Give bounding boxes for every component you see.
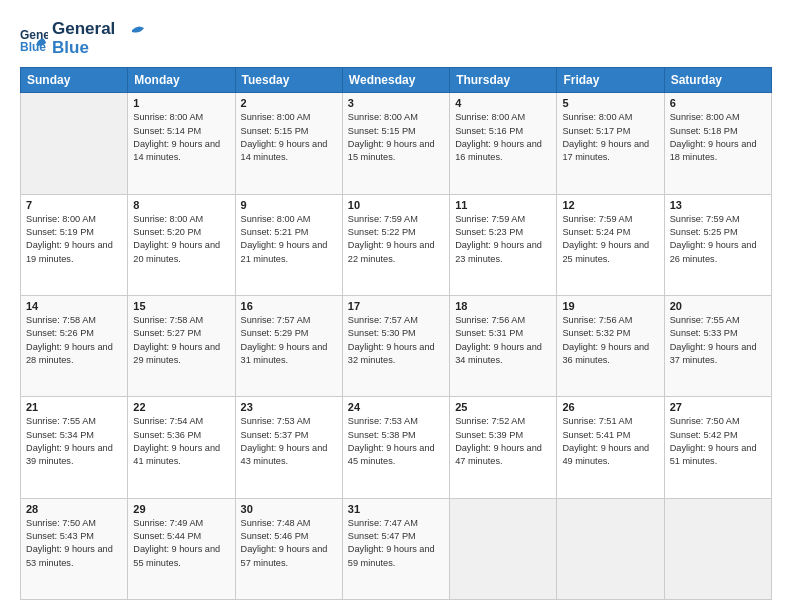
day-cell: 17Sunrise: 7:57 AM Sunset: 5:30 PM Dayli… [342,296,449,397]
day-number: 16 [241,300,337,312]
day-info: Sunrise: 7:50 AM Sunset: 5:42 PM Dayligh… [670,415,766,468]
day-cell: 4Sunrise: 8:00 AM Sunset: 5:16 PM Daylig… [450,93,557,194]
day-number: 28 [26,503,122,515]
day-cell: 1Sunrise: 8:00 AM Sunset: 5:14 PM Daylig… [128,93,235,194]
day-cell: 2Sunrise: 8:00 AM Sunset: 5:15 PM Daylig… [235,93,342,194]
day-cell: 15Sunrise: 7:58 AM Sunset: 5:27 PM Dayli… [128,296,235,397]
day-info: Sunrise: 8:00 AM Sunset: 5:14 PM Dayligh… [133,111,229,164]
day-info: Sunrise: 7:47 AM Sunset: 5:47 PM Dayligh… [348,517,444,570]
day-info: Sunrise: 8:00 AM Sunset: 5:21 PM Dayligh… [241,213,337,266]
day-cell: 26Sunrise: 7:51 AM Sunset: 5:41 PM Dayli… [557,397,664,498]
weekday-sunday: Sunday [21,68,128,93]
day-cell: 9Sunrise: 8:00 AM Sunset: 5:21 PM Daylig… [235,194,342,295]
day-info: Sunrise: 7:59 AM Sunset: 5:22 PM Dayligh… [348,213,444,266]
day-cell: 18Sunrise: 7:56 AM Sunset: 5:31 PM Dayli… [450,296,557,397]
day-cell [557,498,664,599]
day-cell: 30Sunrise: 7:48 AM Sunset: 5:46 PM Dayli… [235,498,342,599]
day-info: Sunrise: 7:55 AM Sunset: 5:34 PM Dayligh… [26,415,122,468]
day-number: 8 [133,199,229,211]
day-cell: 16Sunrise: 7:57 AM Sunset: 5:29 PM Dayli… [235,296,342,397]
day-number: 25 [455,401,551,413]
day-number: 10 [348,199,444,211]
day-info: Sunrise: 7:58 AM Sunset: 5:27 PM Dayligh… [133,314,229,367]
day-cell: 7Sunrise: 8:00 AM Sunset: 5:19 PM Daylig… [21,194,128,295]
day-number: 22 [133,401,229,413]
weekday-header-row: SundayMondayTuesdayWednesdayThursdayFrid… [21,68,772,93]
day-cell [664,498,771,599]
day-number: 6 [670,97,766,109]
week-row-3: 14Sunrise: 7:58 AM Sunset: 5:26 PM Dayli… [21,296,772,397]
day-cell: 12Sunrise: 7:59 AM Sunset: 5:24 PM Dayli… [557,194,664,295]
day-cell: 23Sunrise: 7:53 AM Sunset: 5:37 PM Dayli… [235,397,342,498]
day-cell: 29Sunrise: 7:49 AM Sunset: 5:44 PM Dayli… [128,498,235,599]
day-cell: 22Sunrise: 7:54 AM Sunset: 5:36 PM Dayli… [128,397,235,498]
day-info: Sunrise: 7:50 AM Sunset: 5:43 PM Dayligh… [26,517,122,570]
day-info: Sunrise: 7:51 AM Sunset: 5:41 PM Dayligh… [562,415,658,468]
day-cell: 5Sunrise: 8:00 AM Sunset: 5:17 PM Daylig… [557,93,664,194]
day-number: 13 [670,199,766,211]
svg-text:Blue: Blue [20,40,46,53]
day-cell: 19Sunrise: 7:56 AM Sunset: 5:32 PM Dayli… [557,296,664,397]
week-row-4: 21Sunrise: 7:55 AM Sunset: 5:34 PM Dayli… [21,397,772,498]
day-number: 26 [562,401,658,413]
day-number: 21 [26,401,122,413]
day-number: 20 [670,300,766,312]
day-cell: 3Sunrise: 8:00 AM Sunset: 5:15 PM Daylig… [342,93,449,194]
day-number: 18 [455,300,551,312]
day-number: 27 [670,401,766,413]
day-info: Sunrise: 8:00 AM Sunset: 5:17 PM Dayligh… [562,111,658,164]
day-number: 2 [241,97,337,109]
day-cell: 21Sunrise: 7:55 AM Sunset: 5:34 PM Dayli… [21,397,128,498]
day-cell: 14Sunrise: 7:58 AM Sunset: 5:26 PM Dayli… [21,296,128,397]
day-info: Sunrise: 7:52 AM Sunset: 5:39 PM Dayligh… [455,415,551,468]
day-info: Sunrise: 7:54 AM Sunset: 5:36 PM Dayligh… [133,415,229,468]
day-number: 9 [241,199,337,211]
day-info: Sunrise: 8:00 AM Sunset: 5:16 PM Dayligh… [455,111,551,164]
weekday-saturday: Saturday [664,68,771,93]
day-number: 30 [241,503,337,515]
weekday-tuesday: Tuesday [235,68,342,93]
day-info: Sunrise: 7:58 AM Sunset: 5:26 PM Dayligh… [26,314,122,367]
day-number: 3 [348,97,444,109]
weekday-friday: Friday [557,68,664,93]
day-info: Sunrise: 8:00 AM Sunset: 5:15 PM Dayligh… [241,111,337,164]
calendar-page: General Blue General Blue SundayMonda [0,0,792,612]
weekday-monday: Monday [128,68,235,93]
day-info: Sunrise: 7:57 AM Sunset: 5:29 PM Dayligh… [241,314,337,367]
day-info: Sunrise: 7:49 AM Sunset: 5:44 PM Dayligh… [133,517,229,570]
weekday-thursday: Thursday [450,68,557,93]
logo-bird-icon [122,22,144,38]
day-cell: 13Sunrise: 7:59 AM Sunset: 5:25 PM Dayli… [664,194,771,295]
day-info: Sunrise: 7:57 AM Sunset: 5:30 PM Dayligh… [348,314,444,367]
day-number: 14 [26,300,122,312]
day-cell: 6Sunrise: 8:00 AM Sunset: 5:18 PM Daylig… [664,93,771,194]
day-cell: 8Sunrise: 8:00 AM Sunset: 5:20 PM Daylig… [128,194,235,295]
week-row-5: 28Sunrise: 7:50 AM Sunset: 5:43 PM Dayli… [21,498,772,599]
day-info: Sunrise: 8:00 AM Sunset: 5:19 PM Dayligh… [26,213,122,266]
day-info: Sunrise: 8:00 AM Sunset: 5:15 PM Dayligh… [348,111,444,164]
day-cell [21,93,128,194]
day-cell: 31Sunrise: 7:47 AM Sunset: 5:47 PM Dayli… [342,498,449,599]
day-number: 11 [455,199,551,211]
day-number: 1 [133,97,229,109]
day-cell: 28Sunrise: 7:50 AM Sunset: 5:43 PM Dayli… [21,498,128,599]
day-number: 7 [26,199,122,211]
day-number: 12 [562,199,658,211]
day-number: 5 [562,97,658,109]
day-info: Sunrise: 7:48 AM Sunset: 5:46 PM Dayligh… [241,517,337,570]
day-cell: 27Sunrise: 7:50 AM Sunset: 5:42 PM Dayli… [664,397,771,498]
day-info: Sunrise: 7:56 AM Sunset: 5:31 PM Dayligh… [455,314,551,367]
day-info: Sunrise: 8:00 AM Sunset: 5:18 PM Dayligh… [670,111,766,164]
logo-text: General Blue [52,20,144,57]
day-info: Sunrise: 7:55 AM Sunset: 5:33 PM Dayligh… [670,314,766,367]
day-cell: 11Sunrise: 7:59 AM Sunset: 5:23 PM Dayli… [450,194,557,295]
day-number: 31 [348,503,444,515]
header: General Blue General Blue [20,16,772,57]
day-cell: 20Sunrise: 7:55 AM Sunset: 5:33 PM Dayli… [664,296,771,397]
calendar-table: SundayMondayTuesdayWednesdayThursdayFrid… [20,67,772,600]
day-info: Sunrise: 7:53 AM Sunset: 5:38 PM Dayligh… [348,415,444,468]
day-info: Sunrise: 8:00 AM Sunset: 5:20 PM Dayligh… [133,213,229,266]
day-info: Sunrise: 7:59 AM Sunset: 5:23 PM Dayligh… [455,213,551,266]
day-cell: 10Sunrise: 7:59 AM Sunset: 5:22 PM Dayli… [342,194,449,295]
day-cell: 24Sunrise: 7:53 AM Sunset: 5:38 PM Dayli… [342,397,449,498]
